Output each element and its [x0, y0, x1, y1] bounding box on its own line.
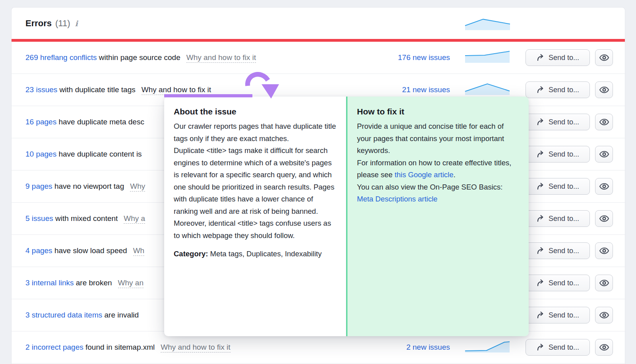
- send-to-label: Send to...: [549, 118, 579, 126]
- hide-issue-button[interactable]: [595, 307, 613, 323]
- hide-issue-button[interactable]: [595, 242, 613, 259]
- category-values: Meta tags, Duplicates, Indexability: [210, 250, 322, 258]
- error-count-link[interactable]: 16 pages: [25, 118, 56, 126]
- issue-trend-sparkline: [465, 83, 510, 97]
- send-to-label: Send to...: [549, 86, 579, 94]
- why-and-how-to-fix-link[interactable]: Why an: [118, 279, 143, 288]
- new-issues-link[interactable]: 2 new issues: [406, 343, 450, 352]
- hide-issue-button[interactable]: [595, 339, 613, 356]
- send-to-button[interactable]: Send to...: [525, 146, 590, 163]
- error-count-link[interactable]: 10 pages: [25, 150, 56, 158]
- hide-issue-button[interactable]: [595, 146, 613, 163]
- hide-issue-button[interactable]: [595, 178, 613, 195]
- error-count-link[interactable]: 2 incorrect pages: [25, 343, 83, 351]
- error-text: within page source code: [97, 53, 180, 62]
- send-to-button[interactable]: Send to...: [525, 339, 590, 356]
- hide-issue-button[interactable]: [595, 49, 613, 66]
- hide-issue-button[interactable]: [595, 275, 613, 291]
- send-to-button[interactable]: Send to...: [525, 114, 590, 130]
- send-to-label: Send to...: [549, 343, 579, 352]
- send-to-label: Send to...: [549, 247, 579, 255]
- error-count-link[interactable]: 3 internal links: [25, 279, 74, 287]
- about-paragraph: Moreover, identical <title> tags confuse…: [174, 217, 337, 242]
- send-to-label: Send to...: [549, 311, 579, 319]
- why-and-how-to-fix-link[interactable]: Why: [130, 182, 145, 192]
- error-text: with duplicate title tags: [57, 85, 135, 94]
- error-description: 2 incorrect pages found in sitemap.xmlWh…: [25, 343, 231, 352]
- forward-arrow-icon: [536, 279, 545, 287]
- hide-issue-button[interactable]: [595, 81, 613, 98]
- send-to-button[interactable]: Send to...: [525, 275, 590, 291]
- error-count-link[interactable]: 9 pages: [25, 182, 52, 190]
- send-to-label: Send to...: [549, 279, 579, 287]
- error-text: have duplicate content is: [56, 150, 142, 158]
- send-to-label: Send to...: [549, 215, 579, 223]
- eye-icon: [599, 278, 609, 288]
- error-description: 3 internal links are brokenWhy an: [25, 279, 143, 287]
- send-to-label: Send to...: [549, 150, 579, 159]
- page-title: Errors (11) i: [25, 18, 79, 29]
- category-label: Category:: [174, 250, 208, 258]
- forward-arrow-icon: [536, 215, 545, 223]
- why-and-how-to-fix-link[interactable]: Wh: [133, 246, 145, 256]
- new-issues-link[interactable]: 176 new issues: [398, 53, 450, 62]
- about-paragraph: Duplicate <title> tags make it difficult…: [174, 145, 337, 217]
- forward-arrow-icon: [536, 343, 545, 352]
- send-to-button[interactable]: Send to...: [525, 210, 590, 227]
- error-text: have no viewport tag: [52, 182, 124, 190]
- error-text: found in sitemap.xml: [83, 343, 155, 351]
- error-description: 9 pages have no viewport tagWhy: [25, 182, 145, 191]
- eye-icon: [599, 246, 609, 256]
- error-count-link[interactable]: 4 pages: [25, 246, 52, 255]
- error-count-link[interactable]: 5 issues: [25, 214, 53, 223]
- error-text: have duplicate meta desc: [56, 118, 144, 126]
- why-and-how-to-fix-link[interactable]: Why and how to fix it: [186, 53, 256, 63]
- fix-text-segment: Provide a unique and concise title for e…: [357, 122, 504, 155]
- error-count-link[interactable]: 3 structured data items: [25, 311, 102, 319]
- eye-icon: [599, 342, 609, 352]
- forward-arrow-icon: [536, 86, 545, 94]
- error-count-link[interactable]: 269 hreflang conflicts: [25, 53, 97, 62]
- hide-issue-button[interactable]: [595, 210, 613, 227]
- why-and-how-to-fix-link[interactable]: Why and how to fix it: [161, 343, 230, 352]
- eye-icon: [599, 213, 609, 224]
- category-line: Category: Meta tags, Duplicates, Indexab…: [174, 248, 337, 260]
- errors-title: Errors: [25, 18, 52, 29]
- error-text: with mixed content: [53, 214, 118, 223]
- send-to-label: Send to...: [549, 182, 579, 191]
- why-and-how-to-fix-link[interactable]: Why and how to fix it: [142, 85, 211, 95]
- send-to-button[interactable]: Send to...: [525, 242, 590, 259]
- eye-icon: [599, 181, 609, 192]
- send-to-button[interactable]: Send to...: [525, 81, 590, 98]
- why-and-how-to-fix-link[interactable]: Why a: [124, 214, 145, 224]
- forward-arrow-icon: [536, 150, 545, 159]
- send-to-button[interactable]: Send to...: [525, 178, 590, 195]
- error-description: 23 issues with duplicate title tagsWhy a…: [25, 85, 211, 94]
- hide-issue-button[interactable]: [595, 114, 613, 130]
- send-to-button[interactable]: Send to...: [525, 307, 590, 323]
- fix-article-link[interactable]: this Google article: [395, 170, 454, 179]
- about-paragraph: Our crawler reports pages that have dupl…: [174, 120, 337, 145]
- error-text: are invalid: [102, 311, 139, 319]
- fix-text-segment: You can also view the On-Page SEO Basics…: [357, 183, 502, 191]
- errors-panel-header: Errors (11) i: [12, 8, 625, 39]
- forward-arrow-icon: [536, 182, 545, 191]
- error-count-link[interactable]: 23 issues: [25, 85, 57, 94]
- error-row: 269 hreflang conflicts within page sourc…: [12, 42, 625, 74]
- error-description: 16 pages have duplicate meta desc: [25, 118, 144, 126]
- fix-paragraph: You can also view the On-Page SEO Basics…: [357, 181, 519, 205]
- fix-article-link[interactable]: Meta Descriptions article: [357, 195, 438, 203]
- fix-title: How to fix it: [357, 107, 519, 116]
- annotation-purple-underline: [164, 94, 252, 97]
- send-to-button[interactable]: Send to...: [525, 49, 590, 66]
- error-description: 5 issues with mixed contentWhy a: [25, 214, 145, 223]
- error-text: are broken: [74, 279, 112, 287]
- forward-arrow-icon: [536, 118, 545, 126]
- info-icon[interactable]: i: [74, 19, 79, 28]
- error-text: have slow load speed: [52, 246, 127, 255]
- about-text: Our crawler reports pages that have dupl…: [174, 120, 337, 242]
- send-to-label: Send to...: [549, 54, 579, 62]
- error-description: 3 structured data items are invalid: [25, 311, 139, 319]
- new-issues-link[interactable]: 21 new issues: [402, 85, 450, 94]
- about-title: About the issue: [174, 107, 337, 116]
